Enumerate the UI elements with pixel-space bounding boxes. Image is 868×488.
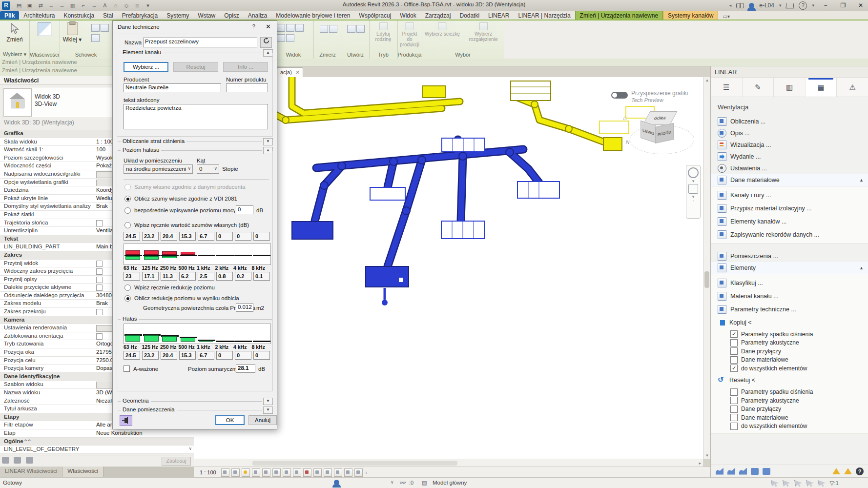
- tab-wstaw[interactable]: Wstaw: [193, 11, 220, 20]
- viewbar-collapse-icon[interactable]: ‹: [366, 470, 367, 475]
- zoom-menu-chevron-icon[interactable]: ▾: [692, 195, 695, 198]
- tab-wsp-pracuj[interactable]: Współpracuj: [354, 11, 395, 20]
- linear-item[interactable]: Obliczenia ...: [711, 116, 868, 127]
- restore-button[interactable]: ❐: [837, 2, 849, 9]
- measure-icon[interactable]: ⌐: [80, 2, 87, 9]
- collapse-up-icon[interactable]: ▲: [859, 265, 864, 270]
- filter-icon[interactable]: ▽:1: [830, 480, 839, 487]
- reset-element-button[interactable]: Resetuj: [173, 62, 218, 72]
- reduction-field[interactable]: 0.1: [253, 272, 270, 281]
- shadows-icon[interactable]: [252, 468, 260, 477]
- own-noise-field[interactable]: 0: [253, 232, 270, 241]
- select-by-face-icon[interactable]: [806, 479, 814, 487]
- tab-modelowanie-bry-owe-i-teren[interactable]: Modelowanie bryłowe i teren: [271, 11, 354, 20]
- linear-item[interactable]: Ustawienia ...: [711, 163, 868, 174]
- worksharing-icon[interactable]: [334, 480, 339, 486]
- linear-item[interactable]: Kanały i rury ...: [711, 188, 868, 202]
- text-icon[interactable]: A: [101, 2, 109, 9]
- unlock-view-icon[interactable]: [293, 468, 301, 477]
- user-menu-chevron-icon[interactable]: ▾: [779, 3, 782, 8]
- dimension-icon[interactable]: ↔: [90, 2, 98, 9]
- dialog-close-icon[interactable]: ✕: [266, 23, 271, 30]
- linear-tab-library-icon[interactable]: ▥: [774, 78, 806, 97]
- own-noise-field[interactable]: 23.2: [142, 232, 159, 241]
- linear-tab-warnings-icon[interactable]: ⚠: [837, 78, 868, 97]
- direct-input-radio[interactable]: [124, 207, 131, 214]
- checkbox-icon[interactable]: [730, 356, 738, 364]
- expand-section-icon[interactable]: ▼: [263, 407, 273, 414]
- production-project-button[interactable]: Projekt do produkcji: [399, 22, 421, 47]
- property-row[interactable]: EtapNeue Konstruktion: [0, 429, 194, 438]
- select-group-label[interactable]: Wybierz ▾: [0, 51, 29, 58]
- rooms-item[interactable]: Pomieszczenia ...: [711, 250, 868, 262]
- linear-item[interactable]: Materiał kanału ...: [711, 289, 868, 303]
- property-row[interactable]: LIN_LEVEL_OF_GEOMETRY∨: [0, 446, 194, 454]
- measure-tool-icon[interactable]: [320, 25, 328, 33]
- linear-item[interactable]: Parametry techniczne ...: [711, 303, 868, 316]
- vdi-noise-radio[interactable]: [124, 196, 131, 202]
- option-check[interactable]: Dane przyłączy: [730, 405, 868, 414]
- design-options-icon[interactable]: ▤: [422, 480, 427, 486]
- search-icon[interactable]: [736, 3, 744, 8]
- horizontal-scrollbar[interactable]: ▸: [194, 459, 703, 467]
- match-properties-icon[interactable]: [91, 34, 100, 42]
- manual-reduction-radio[interactable]: [124, 285, 131, 291]
- elements-header[interactable]: Elementy ▲: [711, 262, 868, 274]
- rendering-icon[interactable]: [262, 468, 270, 477]
- measure-group-icons[interactable]: [319, 24, 338, 35]
- option-check[interactable]: Dane przyłączy: [730, 347, 868, 356]
- tab-opisz[interactable]: Opisz: [220, 11, 244, 20]
- reset-item[interactable]: Resetuj <: [711, 374, 868, 387]
- option-check[interactable]: Parametry spadku ciśnienia: [730, 388, 868, 397]
- checkbox-icon[interactable]: [730, 397, 738, 404]
- tab-linear[interactable]: LINEAR: [484, 11, 514, 20]
- view-tab-close-icon[interactable]: ✕: [295, 69, 300, 75]
- workset-chevron-icon[interactable]: ∨: [391, 480, 394, 485]
- linear-help-icon[interactable]: ?: [856, 468, 864, 475]
- copy-item[interactable]: Kopiuj <: [711, 316, 868, 329]
- option-check[interactable]: Dane materiałowe: [730, 413, 868, 422]
- apply-button[interactable]: Zastosuj: [162, 457, 191, 466]
- sync-icon[interactable]: ⇄: [37, 2, 44, 9]
- panel-tab-properties[interactable]: Właściwości: [62, 467, 103, 477]
- linear-item[interactable]: Elementy kanałów ...: [711, 215, 868, 228]
- error-icon[interactable]: [844, 468, 852, 474]
- reduction-field[interactable]: 17.1: [142, 272, 159, 281]
- clipboard-small-icons[interactable]: [91, 23, 110, 44]
- worksharing-display-icon[interactable]: [324, 468, 332, 477]
- tool-icon-3[interactable]: [739, 468, 747, 475]
- sun-path-icon[interactable]: [242, 468, 250, 477]
- cancel-button[interactable]: Anuluj: [248, 415, 277, 425]
- product-number-input[interactable]: [226, 83, 268, 92]
- scroll-up-icon[interactable]: ▲: [703, 78, 711, 82]
- expand-section-icon[interactable]: ▼: [263, 138, 273, 145]
- drag-on-selection-icon[interactable]: [817, 479, 826, 487]
- reduction-field[interactable]: 11.3: [161, 272, 177, 281]
- close-button[interactable]: ✕: [854, 2, 867, 9]
- info-button[interactable]: Info ...: [223, 62, 268, 72]
- hide-icon[interactable]: [286, 24, 294, 32]
- a-weighted-checkbox[interactable]: [124, 366, 130, 372]
- material-data-header[interactable]: Dane materiałowe ▲: [711, 174, 868, 186]
- view-cube[interactable]: GÓRA LEWO PRZÓD N ⌂: [636, 111, 689, 155]
- reduction-field[interactable]: 23: [124, 272, 140, 281]
- vertical-scrollbar[interactable]: ▲ ▼: [703, 77, 711, 459]
- direct-input-field[interactable]: 0: [236, 205, 253, 214]
- tab-overflow-icon[interactable]: ▭▾: [718, 12, 734, 20]
- store-cart-icon[interactable]: [786, 3, 794, 8]
- minimize-button[interactable]: −: [819, 2, 832, 9]
- visibility-icon[interactable]: [277, 24, 285, 32]
- property-value[interactable]: ∨: [94, 446, 194, 453]
- tool-icon-2[interactable]: [727, 468, 735, 475]
- collapse-all-icon[interactable]: ⌃⌃: [23, 438, 31, 445]
- zoom-region-icon[interactable]: [688, 184, 698, 194]
- undo-icon[interactable]: ←: [47, 2, 55, 9]
- ok-button[interactable]: OK: [215, 415, 245, 425]
- name-input[interactable]: Przepust szczelinowy: [143, 38, 257, 47]
- checkbox-icon[interactable]: [730, 406, 738, 413]
- select-pinned-icon[interactable]: [794, 479, 802, 487]
- linear-tab-edit-icon[interactable]: ✎: [743, 78, 774, 97]
- linear-item[interactable]: Klasyfikuj ...: [711, 276, 868, 289]
- view-scale[interactable]: 1 : 100: [200, 469, 216, 475]
- reduction-field[interactable]: 0.2: [235, 272, 251, 281]
